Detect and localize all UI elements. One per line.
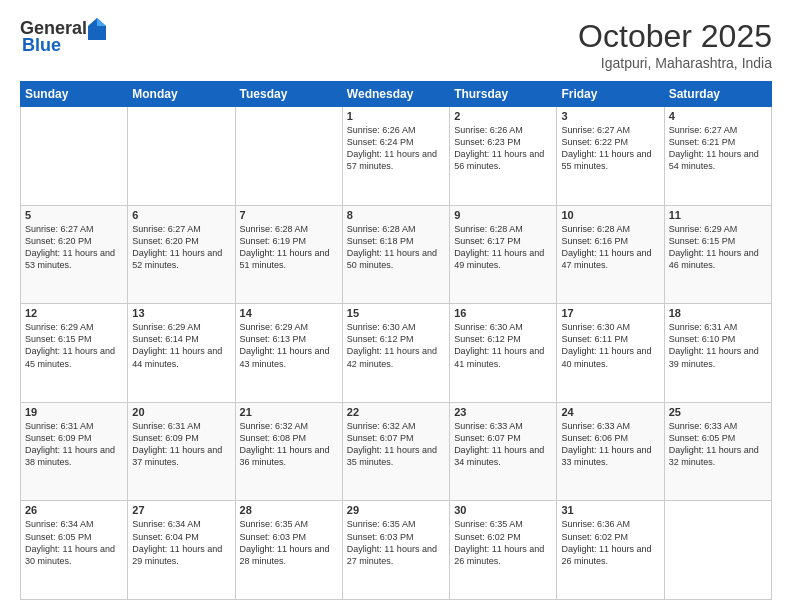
logo: General Blue [20, 18, 110, 56]
day-cell: 21Sunrise: 6:32 AM Sunset: 6:08 PM Dayli… [235, 402, 342, 501]
day-number: 12 [25, 307, 123, 319]
weekday-header-monday: Monday [128, 82, 235, 107]
day-number: 17 [561, 307, 659, 319]
day-info: Sunrise: 6:28 AM Sunset: 6:19 PM Dayligh… [240, 224, 330, 270]
day-number: 14 [240, 307, 338, 319]
week-row-2: 5Sunrise: 6:27 AM Sunset: 6:20 PM Daylig… [21, 205, 772, 304]
day-cell [235, 107, 342, 206]
day-cell: 7Sunrise: 6:28 AM Sunset: 6:19 PM Daylig… [235, 205, 342, 304]
day-info: Sunrise: 6:35 AM Sunset: 6:02 PM Dayligh… [454, 519, 544, 565]
day-number: 4 [669, 110, 767, 122]
day-number: 20 [132, 406, 230, 418]
day-info: Sunrise: 6:34 AM Sunset: 6:04 PM Dayligh… [132, 519, 222, 565]
day-number: 27 [132, 504, 230, 516]
day-cell: 24Sunrise: 6:33 AM Sunset: 6:06 PM Dayli… [557, 402, 664, 501]
day-cell: 25Sunrise: 6:33 AM Sunset: 6:05 PM Dayli… [664, 402, 771, 501]
logo-blue-text: Blue [22, 36, 61, 56]
day-cell: 31Sunrise: 6:36 AM Sunset: 6:02 PM Dayli… [557, 501, 664, 600]
day-cell: 1Sunrise: 6:26 AM Sunset: 6:24 PM Daylig… [342, 107, 449, 206]
day-number: 8 [347, 209, 445, 221]
weekday-header-thursday: Thursday [450, 82, 557, 107]
day-number: 1 [347, 110, 445, 122]
day-cell: 14Sunrise: 6:29 AM Sunset: 6:13 PM Dayli… [235, 304, 342, 403]
day-cell: 18Sunrise: 6:31 AM Sunset: 6:10 PM Dayli… [664, 304, 771, 403]
day-info: Sunrise: 6:30 AM Sunset: 6:11 PM Dayligh… [561, 322, 651, 368]
day-cell [664, 501, 771, 600]
day-cell: 6Sunrise: 6:27 AM Sunset: 6:20 PM Daylig… [128, 205, 235, 304]
calendar-table: SundayMondayTuesdayWednesdayThursdayFrid… [20, 81, 772, 600]
day-info: Sunrise: 6:27 AM Sunset: 6:20 PM Dayligh… [25, 224, 115, 270]
title-block: October 2025 Igatpuri, Maharashtra, Indi… [578, 18, 772, 71]
day-cell [21, 107, 128, 206]
day-number: 19 [25, 406, 123, 418]
day-info: Sunrise: 6:33 AM Sunset: 6:05 PM Dayligh… [669, 421, 759, 467]
day-cell: 3Sunrise: 6:27 AM Sunset: 6:22 PM Daylig… [557, 107, 664, 206]
day-cell: 2Sunrise: 6:26 AM Sunset: 6:23 PM Daylig… [450, 107, 557, 206]
day-info: Sunrise: 6:31 AM Sunset: 6:09 PM Dayligh… [25, 421, 115, 467]
day-info: Sunrise: 6:35 AM Sunset: 6:03 PM Dayligh… [240, 519, 330, 565]
weekday-header-friday: Friday [557, 82, 664, 107]
day-number: 25 [669, 406, 767, 418]
weekday-header-row: SundayMondayTuesdayWednesdayThursdayFrid… [21, 82, 772, 107]
weekday-header-saturday: Saturday [664, 82, 771, 107]
day-info: Sunrise: 6:29 AM Sunset: 6:14 PM Dayligh… [132, 322, 222, 368]
day-cell: 20Sunrise: 6:31 AM Sunset: 6:09 PM Dayli… [128, 402, 235, 501]
day-info: Sunrise: 6:29 AM Sunset: 6:13 PM Dayligh… [240, 322, 330, 368]
day-number: 13 [132, 307, 230, 319]
day-number: 16 [454, 307, 552, 319]
week-row-3: 12Sunrise: 6:29 AM Sunset: 6:15 PM Dayli… [21, 304, 772, 403]
day-info: Sunrise: 6:28 AM Sunset: 6:17 PM Dayligh… [454, 224, 544, 270]
day-number: 18 [669, 307, 767, 319]
day-cell: 8Sunrise: 6:28 AM Sunset: 6:18 PM Daylig… [342, 205, 449, 304]
day-number: 26 [25, 504, 123, 516]
day-number: 7 [240, 209, 338, 221]
weekday-header-tuesday: Tuesday [235, 82, 342, 107]
day-cell: 27Sunrise: 6:34 AM Sunset: 6:04 PM Dayli… [128, 501, 235, 600]
day-cell: 22Sunrise: 6:32 AM Sunset: 6:07 PM Dayli… [342, 402, 449, 501]
day-cell: 4Sunrise: 6:27 AM Sunset: 6:21 PM Daylig… [664, 107, 771, 206]
day-cell: 30Sunrise: 6:35 AM Sunset: 6:02 PM Dayli… [450, 501, 557, 600]
day-info: Sunrise: 6:33 AM Sunset: 6:07 PM Dayligh… [454, 421, 544, 467]
day-info: Sunrise: 6:29 AM Sunset: 6:15 PM Dayligh… [669, 224, 759, 270]
month-title: October 2025 [578, 18, 772, 55]
day-info: Sunrise: 6:28 AM Sunset: 6:16 PM Dayligh… [561, 224, 651, 270]
day-number: 21 [240, 406, 338, 418]
day-number: 31 [561, 504, 659, 516]
day-number: 2 [454, 110, 552, 122]
day-info: Sunrise: 6:27 AM Sunset: 6:21 PM Dayligh… [669, 125, 759, 171]
day-cell: 15Sunrise: 6:30 AM Sunset: 6:12 PM Dayli… [342, 304, 449, 403]
week-row-5: 26Sunrise: 6:34 AM Sunset: 6:05 PM Dayli… [21, 501, 772, 600]
day-cell: 9Sunrise: 6:28 AM Sunset: 6:17 PM Daylig… [450, 205, 557, 304]
day-cell: 12Sunrise: 6:29 AM Sunset: 6:15 PM Dayli… [21, 304, 128, 403]
weekday-header-wednesday: Wednesday [342, 82, 449, 107]
week-row-4: 19Sunrise: 6:31 AM Sunset: 6:09 PM Dayli… [21, 402, 772, 501]
day-info: Sunrise: 6:31 AM Sunset: 6:09 PM Dayligh… [132, 421, 222, 467]
day-info: Sunrise: 6:26 AM Sunset: 6:24 PM Dayligh… [347, 125, 437, 171]
day-cell: 16Sunrise: 6:30 AM Sunset: 6:12 PM Dayli… [450, 304, 557, 403]
day-info: Sunrise: 6:32 AM Sunset: 6:07 PM Dayligh… [347, 421, 437, 467]
day-number: 9 [454, 209, 552, 221]
day-info: Sunrise: 6:36 AM Sunset: 6:02 PM Dayligh… [561, 519, 651, 565]
day-cell: 29Sunrise: 6:35 AM Sunset: 6:03 PM Dayli… [342, 501, 449, 600]
day-cell: 23Sunrise: 6:33 AM Sunset: 6:07 PM Dayli… [450, 402, 557, 501]
logo-icon [88, 18, 106, 40]
day-number: 5 [25, 209, 123, 221]
day-number: 22 [347, 406, 445, 418]
day-number: 29 [347, 504, 445, 516]
day-number: 28 [240, 504, 338, 516]
day-info: Sunrise: 6:32 AM Sunset: 6:08 PM Dayligh… [240, 421, 330, 467]
day-number: 24 [561, 406, 659, 418]
day-number: 11 [669, 209, 767, 221]
day-number: 23 [454, 406, 552, 418]
week-row-1: 1Sunrise: 6:26 AM Sunset: 6:24 PM Daylig… [21, 107, 772, 206]
day-cell [128, 107, 235, 206]
day-info: Sunrise: 6:33 AM Sunset: 6:06 PM Dayligh… [561, 421, 651, 467]
day-info: Sunrise: 6:30 AM Sunset: 6:12 PM Dayligh… [454, 322, 544, 368]
day-number: 6 [132, 209, 230, 221]
day-number: 3 [561, 110, 659, 122]
day-number: 30 [454, 504, 552, 516]
day-number: 15 [347, 307, 445, 319]
location: Igatpuri, Maharashtra, India [578, 55, 772, 71]
day-cell: 28Sunrise: 6:35 AM Sunset: 6:03 PM Dayli… [235, 501, 342, 600]
weekday-header-sunday: Sunday [21, 82, 128, 107]
